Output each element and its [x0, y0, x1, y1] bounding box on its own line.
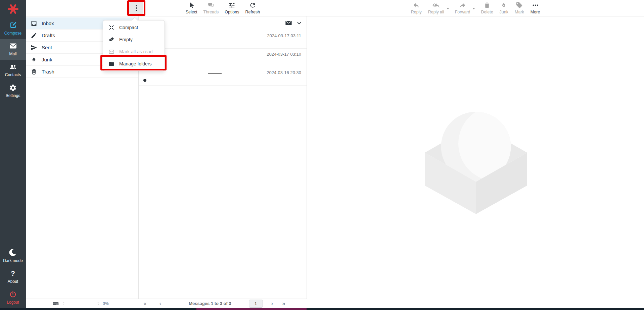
next-page-button[interactable]: › — [271, 301, 273, 306]
roundcube-watermark — [425, 111, 527, 216]
eraser-icon — [108, 37, 114, 43]
forward-button[interactable]: Forward — [454, 2, 471, 14]
first-page-button[interactable]: « — [143, 301, 146, 306]
message-count-status: Messages 1 to 3 of 3 — [189, 301, 231, 306]
delete-button[interactable]: Delete — [480, 2, 494, 14]
compress-icon — [108, 24, 114, 31]
storage-disk-icon — [52, 300, 59, 307]
quota-progress-bar — [63, 302, 99, 305]
options-label: Options — [225, 10, 239, 14]
menu-item-mark-all-read[interactable]: Mark all as read — [103, 46, 165, 58]
threads-label: Threads — [203, 10, 219, 14]
folder-icon — [108, 61, 114, 67]
message-date: 2024-03-16 20:30 — [267, 70, 301, 75]
mark-label: Mark — [515, 10, 524, 14]
trash-icon — [31, 68, 37, 75]
refresh-icon — [249, 2, 256, 9]
compose-label: Compose — [4, 31, 21, 36]
ellipsis-icon — [532, 2, 539, 9]
kebab-menu-icon — [136, 4, 137, 12]
pencil-icon — [31, 32, 37, 39]
mark-button[interactable]: Mark — [514, 2, 525, 14]
moon-icon — [9, 249, 17, 257]
forward-icon — [459, 2, 466, 9]
contacts-icon — [9, 63, 17, 71]
folder-options-menu: Compact Empty Mark all as read Manage fo… — [103, 20, 165, 71]
reply-all-button[interactable]: Reply all — [427, 2, 445, 14]
junk-button[interactable]: Junk — [499, 2, 509, 14]
quota-indicator: 0% — [26, 300, 139, 307]
options-button[interactable]: Options — [224, 2, 240, 14]
more-label: More — [531, 10, 540, 14]
junk-label: Junk — [500, 10, 508, 14]
forward-label: Forward — [455, 10, 470, 14]
compose-icon — [9, 21, 17, 29]
power-icon — [9, 290, 17, 298]
delete-label: Delete — [481, 10, 493, 14]
forward-caret-icon[interactable] — [472, 7, 475, 10]
threads-icon — [208, 2, 215, 9]
sidebar-item-compose[interactable]: Compose — [0, 18, 26, 39]
threads-button[interactable]: Threads — [202, 2, 220, 14]
sidebar-item-mail[interactable]: Mail — [0, 39, 26, 60]
message-date: 2024-03-17 03:10 — [267, 52, 301, 57]
menu-item-label: Mark all as read — [119, 49, 153, 54]
chevron-down-icon[interactable] — [296, 20, 302, 26]
folder-label: Inbox — [42, 20, 54, 26]
reply-all-caret-icon[interactable] — [446, 7, 450, 10]
flame-icon — [500, 2, 507, 9]
prev-page-button[interactable]: ‹ — [159, 301, 161, 306]
roundcube-logo[interactable] — [0, 0, 26, 18]
unread-dot — [143, 79, 146, 82]
message-toolbar: Reply Reply all Forward — [307, 0, 644, 16]
menu-item-empty[interactable]: Empty — [103, 34, 165, 46]
reply-all-icon — [432, 2, 440, 9]
bottom-edge-strip — [0, 308, 644, 310]
last-page-button[interactable]: » — [282, 301, 285, 306]
gear-icon — [9, 84, 17, 92]
contacts-label: Contacts — [5, 72, 21, 77]
folder-label: Sent — [42, 45, 52, 50]
sidebar-item-logout[interactable]: Logout — [0, 287, 26, 308]
menu-item-compact[interactable]: Compact — [103, 21, 165, 34]
page-number-input[interactable] — [249, 300, 263, 308]
message-date: 2024-03-17 03:11 — [267, 33, 301, 38]
asterisk-logo-icon — [7, 3, 19, 15]
sidebar-item-contacts[interactable]: Contacts — [0, 60, 26, 81]
mail-label: Mail — [9, 52, 16, 56]
envelope-open-icon — [108, 49, 114, 55]
paper-plane-icon — [31, 44, 37, 51]
cursor-select-icon — [188, 2, 195, 9]
status-footer: 0% « ‹ Messages 1 to 3 of 3 › » — [26, 299, 307, 308]
folder-label: Trash — [42, 69, 54, 74]
reply-icon — [413, 2, 420, 9]
mail-icon — [9, 42, 17, 50]
app-window: Select Threads Options Refresh — [0, 0, 644, 310]
logout-label: Logout — [7, 300, 19, 305]
reply-button[interactable]: Reply — [410, 2, 423, 14]
select-all-envelope-icon[interactable] — [285, 19, 292, 27]
reading-pane — [307, 16, 644, 310]
select-button[interactable]: Select — [185, 2, 198, 14]
dark-mode-label: Dark mode — [3, 258, 23, 263]
subject-placeholder-dash — [208, 73, 222, 74]
sidebar-item-settings[interactable]: Settings — [0, 81, 26, 101]
menu-item-manage-folders[interactable]: Manage folders — [103, 58, 165, 70]
menu-item-label: Manage folders — [119, 61, 152, 66]
flame-icon — [31, 56, 37, 63]
bottom-edge-magenta-segment — [196, 308, 307, 310]
refresh-label: Refresh — [245, 10, 260, 14]
more-button[interactable]: More — [530, 2, 541, 14]
question-mark-icon: ? — [9, 269, 17, 277]
sidebar-item-dark-mode[interactable]: Dark mode — [0, 246, 26, 266]
top-toolbar: Select Threads Options Refresh — [26, 0, 644, 16]
menu-item-label: Compact — [119, 25, 138, 30]
pagination: « ‹ Messages 1 to 3 of 3 › » — [139, 300, 307, 308]
select-label: Select — [186, 10, 197, 14]
reply-all-label: Reply all — [428, 10, 444, 14]
quota-percent: 0% — [103, 301, 108, 306]
sidebar-item-about[interactable]: ? About — [0, 266, 26, 287]
tag-icon — [516, 2, 523, 9]
refresh-button[interactable]: Refresh — [244, 2, 261, 14]
trash-icon — [484, 2, 491, 9]
